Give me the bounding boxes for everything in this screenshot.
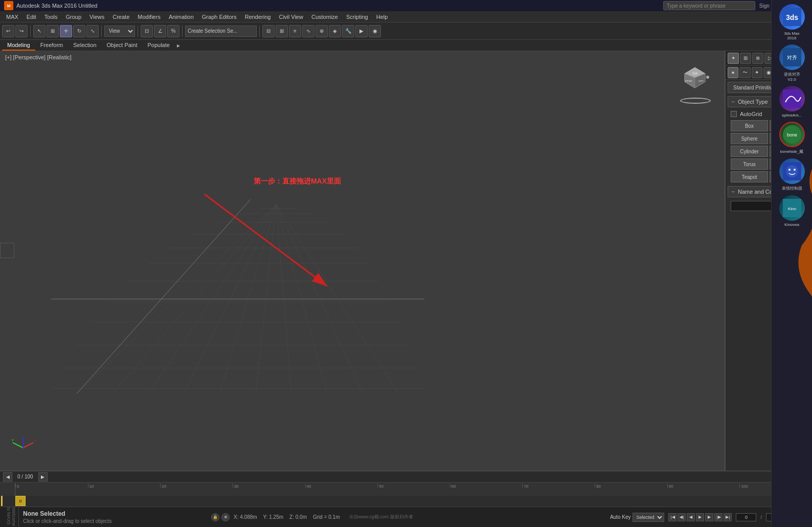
- current-frame-input[interactable]: [736, 513, 756, 521]
- tick-70: 70: [522, 484, 595, 488]
- render-btn[interactable]: ▶: [355, 25, 368, 37]
- tab-selection[interactable]: Selection: [68, 40, 101, 51]
- go-start-btn[interactable]: |◀: [668, 513, 676, 521]
- panel-tab-hierarchy[interactable]: ⊗: [752, 53, 763, 64]
- status-info: None Selected Click or click-and-drag to…: [23, 510, 207, 524]
- snap-toggle-btn[interactable]: ⊡: [141, 25, 153, 37]
- menu-modifiers[interactable]: Modifiers: [133, 13, 165, 21]
- taskbar-app-kinovea[interactable]: Kino Kinovea: [776, 195, 808, 227]
- tab-freeform[interactable]: Freeform: [35, 40, 69, 51]
- toolbar-sep-3: [138, 26, 138, 37]
- menu-max[interactable]: MAX: [2, 13, 22, 21]
- svg-rect-44: [783, 89, 801, 108]
- panel-tab-create[interactable]: ✦: [728, 53, 739, 64]
- curve-editor-btn[interactable]: ∿: [302, 25, 314, 37]
- taskbar-face-label: 表情控制器: [782, 186, 802, 191]
- cylinder-btn[interactable]: Cylinder: [731, 146, 768, 157]
- rotate-btn[interactable]: ↻: [73, 25, 85, 37]
- next-frame-btn2[interactable]: ▶: [705, 513, 713, 521]
- playback-btns: |◀ ◀| ◀ ▶ ▶ |▶ ▶|: [668, 513, 732, 521]
- menu-views[interactable]: Views: [85, 13, 108, 21]
- title-bar: M Autodesk 3ds Max 2016 Untitled Type a …: [0, 0, 812, 11]
- panel-tab-modify[interactable]: ⊞: [740, 53, 751, 64]
- menu-create[interactable]: Create: [108, 13, 133, 21]
- svg-point-50: [794, 169, 796, 171]
- status-coords: X: 4.088m Y: 1.25m Z: 0.0m Grid = 0.1m: [234, 514, 340, 520]
- panel-geometry-icon[interactable]: ●: [728, 67, 738, 78]
- frame-marker[interactable]: 0: [15, 496, 26, 506]
- menu-scripting[interactable]: Scripting: [342, 13, 372, 21]
- menu-graph-editors[interactable]: Graph Editors: [198, 13, 241, 21]
- menu-civil-view[interactable]: Civil View: [275, 13, 307, 21]
- panel-spline-icon[interactable]: 〜: [739, 67, 750, 78]
- name-color-collapse-icon: −: [731, 188, 735, 195]
- mirror-btn[interactable]: ⊟: [262, 25, 275, 37]
- viewport[interactable]: [+] [Perspective] [Realistic]: [0, 51, 725, 471]
- menu-help[interactable]: Help: [372, 13, 392, 21]
- menu-animation[interactable]: Animation: [165, 13, 198, 21]
- prev-frame-btn2[interactable]: ◀: [687, 513, 695, 521]
- autogrid-checkbox[interactable]: [731, 111, 737, 117]
- prev-key-btn[interactable]: ◀|: [678, 513, 686, 521]
- layer-btn[interactable]: ≡: [289, 25, 301, 37]
- search-placeholder: Type a keyword or phrase: [667, 3, 726, 9]
- taskbar-align-icon: 对齐: [779, 44, 805, 70]
- play-btn[interactable]: ▶: [696, 513, 704, 521]
- menu-customize[interactable]: Customize: [307, 13, 342, 21]
- tab-object-paint[interactable]: Object Paint: [102, 40, 143, 51]
- sphere-btn[interactable]: Sphere: [731, 133, 768, 144]
- angle-snap-btn[interactable]: ∠: [154, 25, 166, 37]
- svg-text:Kino: Kino: [787, 207, 796, 211]
- material-editor-btn[interactable]: ◈: [329, 25, 341, 37]
- magnet-icon[interactable]: ⊕: [221, 513, 230, 521]
- torus-btn[interactable]: Torus: [731, 158, 768, 170]
- main-toolbar: ↩ ↪ ↖ ⊞ ✛ ↻ ⤡ View ⊡ ∠ % ⊟ ⊞ ≡ ∿ ⊕ ◈ 🔧 ▶…: [0, 22, 812, 40]
- teapot-btn[interactable]: Teapot: [731, 171, 768, 182]
- panel-light-icon[interactable]: ✦: [752, 67, 762, 78]
- select-move-btn[interactable]: ✛: [60, 25, 72, 37]
- go-end-btn[interactable]: ▶|: [724, 513, 732, 521]
- active-shade-btn[interactable]: ◉: [369, 25, 381, 37]
- svg-text:TOP: TOP: [692, 72, 698, 75]
- menu-tools[interactable]: Tools: [40, 13, 62, 21]
- autokey-dropdown[interactable]: Selected: [633, 513, 664, 522]
- scale-btn[interactable]: ⤡: [86, 25, 99, 37]
- taskbar-app-3dsmax[interactable]: 3ds 3ds Max2016: [776, 4, 808, 40]
- redo-btn[interactable]: ↪: [15, 25, 28, 37]
- tab-populate[interactable]: Populate: [142, 40, 174, 51]
- view-dropdown[interactable]: View: [104, 26, 135, 37]
- menu-rendering[interactable]: Rendering: [241, 13, 275, 21]
- main-layout: [+] [Perspective] [Realistic]: [0, 51, 812, 471]
- taskbar-align-label: 逆依对齐V2.0: [784, 72, 800, 82]
- viewport-cube[interactable]: TOP FRONT LEFT: [681, 66, 709, 95]
- timeline-area: ◀ 0 / 100 ▶ 0 10 20 30 40 50 60 70 80 90…: [0, 471, 812, 507]
- percent-snap-btn[interactable]: %: [167, 25, 179, 37]
- box-btn[interactable]: Box: [731, 120, 768, 131]
- menu-edit[interactable]: Edit: [22, 13, 40, 21]
- title-bar-left: M Autodesk 3ds Max 2016 Untitled: [4, 1, 97, 10]
- align-btn[interactable]: ⊞: [276, 25, 288, 37]
- taskbar-app-bonehide[interactable]: bone bonehide_藏: [776, 122, 808, 154]
- tab-modeling[interactable]: Modeling: [2, 40, 35, 51]
- select-btn[interactable]: ↖: [33, 25, 46, 37]
- tick-10: 10: [88, 484, 161, 488]
- selection-set-input[interactable]: [185, 26, 257, 37]
- next-key-btn[interactable]: |▶: [714, 513, 723, 521]
- timeline-track[interactable]: 0 10 20 30 40 50 60 70 80 90 100: [0, 483, 812, 496]
- taskbar-app-face[interactable]: 表情控制器: [776, 158, 808, 191]
- taskbar-app-spline[interactable]: splineAni...: [776, 86, 808, 118]
- prev-frame-btn[interactable]: ◀: [3, 472, 12, 482]
- render-setup-btn[interactable]: 🔧: [342, 25, 354, 37]
- timeline-scrubber[interactable]: 0: [0, 496, 812, 506]
- lock-icon[interactable]: 🔒: [211, 513, 219, 521]
- app-logo-icon: M: [4, 1, 13, 10]
- select-region-btn[interactable]: ⊞: [47, 25, 59, 37]
- toolbar-sep-1: [30, 26, 31, 37]
- menu-group[interactable]: Group: [62, 13, 86, 21]
- coord-x: X: 4.088m: [234, 514, 257, 520]
- next-frame-btn[interactable]: ▶: [38, 472, 48, 482]
- taskbar-app-align[interactable]: 对齐 逆依对齐V2.0: [776, 44, 808, 82]
- undo-btn[interactable]: ↩: [2, 25, 14, 37]
- tabs-expand-btn[interactable]: ▸: [177, 42, 180, 49]
- schematic-btn[interactable]: ⊕: [315, 25, 328, 37]
